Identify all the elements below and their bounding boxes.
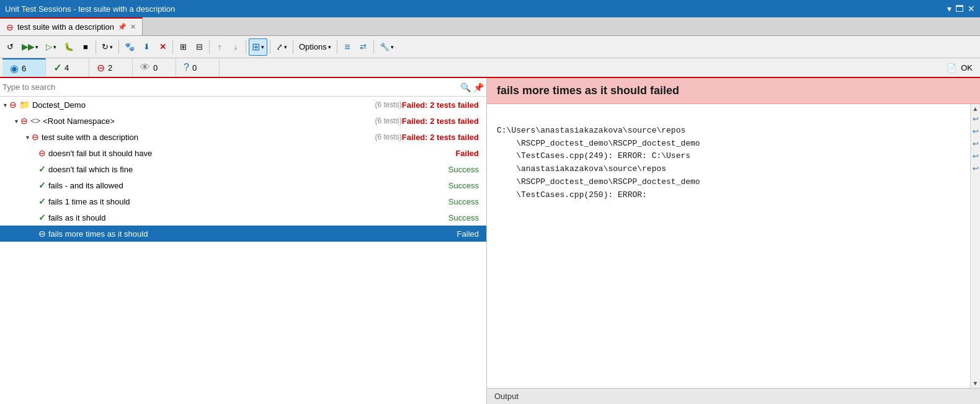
- run-all-dropdown-icon: ▾: [35, 44, 38, 50]
- tree-item-tests-namespace: (6 tests): [375, 116, 401, 125]
- stats-bar: ◉ 6 ✓ 4 ⊖ 2 👁 0 ? 0 📄 OK: [0, 58, 980, 78]
- separator-1: [96, 40, 96, 54]
- tree-item-status-allowed: Success: [448, 181, 484, 190]
- options-button[interactable]: Options▾: [296, 38, 334, 56]
- stat-all[interactable]: ◉ 6: [2, 58, 46, 77]
- wrench-icon: 🔧: [380, 42, 390, 51]
- run-all-button[interactable]: ▶▶▾: [19, 38, 42, 56]
- tree-item-fails-allowed[interactable]: ✓ fails - and its allowed Success: [0, 177, 486, 193]
- scroll-link-2[interactable]: ↩: [973, 127, 979, 136]
- down-button[interactable]: ↓: [228, 38, 243, 56]
- tree-item-fails-1time[interactable]: ✓ fails 1 time as it should Success: [0, 193, 486, 209]
- options-dropdown-icon: ▾: [328, 44, 331, 50]
- options-label: Options: [299, 42, 327, 51]
- stats-doc-icon: 📄: [947, 63, 956, 72]
- collapse-icon: ⊟: [196, 42, 203, 51]
- scroll-link-buttons: ↩ ↩ ↩ ↩ ↩: [973, 112, 979, 380]
- stat-unknown[interactable]: ? 0: [176, 58, 220, 77]
- cancel-button[interactable]: ✕: [155, 38, 170, 56]
- filter-icon: ≡: [344, 42, 350, 53]
- scroll-link-3[interactable]: ↩: [973, 139, 979, 148]
- output-label: Output: [494, 392, 519, 401]
- tab-close-button[interactable]: ✕: [130, 23, 136, 31]
- grid-button[interactable]: ⊞▾: [249, 38, 267, 56]
- search-pin-icon[interactable]: 📌: [473, 82, 484, 92]
- scroll-link-5[interactable]: ↩: [973, 164, 979, 173]
- pass-icon-allowed: ✓: [38, 180, 46, 190]
- stop-button[interactable]: ■: [78, 38, 93, 56]
- scroll-down-arrow[interactable]: ▼: [973, 380, 979, 387]
- scroll-link-4[interactable]: ↩: [973, 152, 979, 160]
- tab-test-suite[interactable]: ⊖ test suite with a description 📌 ✕: [0, 17, 143, 35]
- tab-fail-icon: ⊖: [6, 22, 14, 32]
- detail-content: C:\Users\anastasiakazakova\source\repos …: [487, 104, 980, 388]
- stat-pass[interactable]: ✓ 4: [46, 58, 89, 77]
- tree-item-no-fail-should[interactable]: ⊖ doesn't fail but it should have Failed: [0, 145, 486, 161]
- stat-fail[interactable]: ⊖ 2: [89, 58, 133, 77]
- tree-item-test-suite[interactable]: ⊖ test suite with a description (6 tests…: [0, 129, 486, 145]
- stat-skip-icon: 👁: [140, 62, 150, 73]
- search-icons: 🔍 📌: [460, 82, 484, 92]
- search-magnify-icon[interactable]: 🔍: [460, 82, 471, 92]
- tree-item-name-more: fails more times as it should: [48, 229, 457, 239]
- tree-item-name-no-fail: doesn't fail but it should have: [48, 149, 455, 158]
- collapse-button[interactable]: ⊟: [192, 38, 207, 56]
- wrench-button[interactable]: 🔧▾: [376, 38, 397, 56]
- stat-fail-count: 2: [108, 63, 112, 72]
- tree-item-doctest-demo[interactable]: ⊖ 📁 Doctest_Demo (6 tests) Failed: 2 tes…: [0, 97, 486, 113]
- tree-item-name-1time: fails 1 time as it should: [48, 197, 448, 206]
- separator-9: [373, 40, 374, 54]
- stat-unknown-count: 0: [192, 63, 197, 72]
- tree-item-no-fail-fine[interactable]: ✓ doesn't fail which is fine Success: [0, 161, 486, 177]
- detail-scrollbar: ▲ ↩ ↩ ↩ ↩ ↩ ▼: [970, 104, 980, 388]
- tree-item-status-no-fail: Failed: [455, 149, 484, 158]
- tree-item-status-suite: Failed: 2 tests failed: [402, 133, 484, 142]
- tree-item-name-suite: test suite with a description: [42, 133, 372, 142]
- stat-skip-count: 0: [153, 63, 158, 72]
- expand-arrow-suite[interactable]: [25, 134, 30, 141]
- tab-pin-button[interactable]: 📌: [118, 23, 127, 31]
- namespace-icon: <>: [30, 116, 40, 126]
- stat-pass-count: 4: [65, 63, 69, 72]
- detail-header-text: fails more times as it should failed: [497, 84, 679, 97]
- fail-icon-namespace: ⊖: [20, 116, 28, 126]
- stats-ok: 📄 OK: [947, 63, 978, 72]
- download-button[interactable]: ⬇: [139, 38, 154, 56]
- title-bar: Unit Test Sessions - test suite with a d…: [0, 0, 980, 17]
- expand-arrow-namespace[interactable]: [14, 118, 19, 125]
- stat-skip[interactable]: 👁 0: [133, 58, 176, 77]
- stat-fail-icon: ⊖: [97, 62, 105, 74]
- paw-button[interactable]: 🐾: [122, 38, 138, 56]
- separator-5: [246, 40, 246, 54]
- expand-button[interactable]: ⊞: [176, 38, 190, 56]
- tree-item-fails-more[interactable]: ⊖ fails more times as it should Failed: [0, 226, 486, 242]
- tree-item-name-namespace: <Root Namespace>: [43, 116, 372, 126]
- tree-item-fails-should[interactable]: ✓ fails as it should Success: [0, 209, 486, 226]
- stop-icon: ■: [83, 42, 88, 51]
- run-button[interactable]: ▷▾: [43, 38, 60, 56]
- refresh-button[interactable]: ↺: [2, 38, 17, 56]
- debug-icon: 🐛: [64, 42, 74, 51]
- stat-unknown-icon: ?: [184, 62, 189, 73]
- debug-button[interactable]: 🐛: [61, 38, 77, 56]
- scroll-up-arrow[interactable]: ▲: [973, 105, 979, 112]
- cancel-icon: ✕: [159, 42, 166, 51]
- link-button[interactable]: ⇄: [356, 38, 371, 56]
- title-bar-controls: ▾ 🗖 ✕: [947, 4, 975, 14]
- expand-arrow-doctest[interactable]: [2, 102, 8, 108]
- export-button[interactable]: ⤤▾: [273, 38, 290, 56]
- close-window-icon[interactable]: ✕: [968, 4, 975, 14]
- search-input[interactable]: [2, 82, 460, 92]
- detail-text: C:\Users\anastasiakazakova\source\repos …: [487, 104, 970, 388]
- fail-icon-suite: ⊖: [32, 132, 39, 142]
- up-button[interactable]: ↑: [212, 38, 227, 56]
- tree-item-root-namespace[interactable]: ⊖ <> <Root Namespace> (6 tests) Failed: …: [0, 113, 486, 129]
- fail-icon-doctest: ⊖: [9, 100, 17, 110]
- filter-button[interactable]: ≡: [340, 38, 355, 56]
- separator-8: [337, 40, 337, 54]
- redo-button[interactable]: ↻▾: [99, 38, 116, 56]
- title-bar-text: Unit Test Sessions - test suite with a d…: [5, 4, 175, 14]
- maximize-icon[interactable]: 🗖: [955, 4, 964, 14]
- minimize-icon[interactable]: ▾: [947, 4, 951, 14]
- scroll-link-1[interactable]: ↩: [973, 115, 979, 123]
